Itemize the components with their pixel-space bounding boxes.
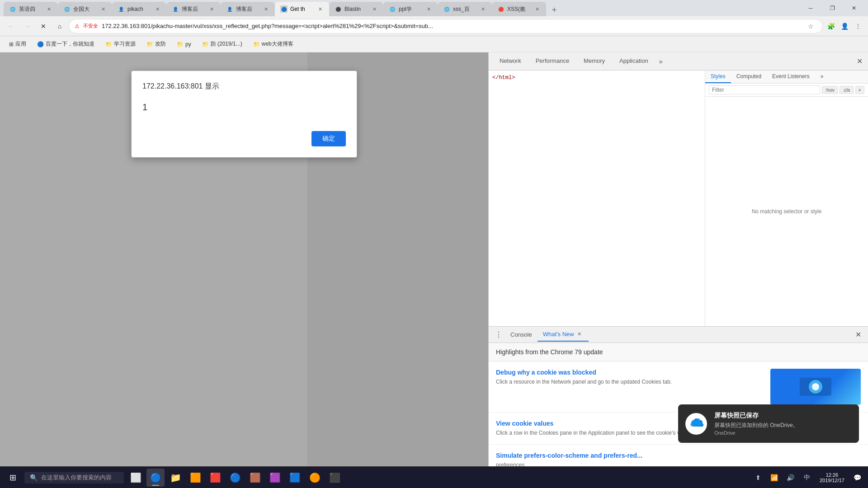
tab-close-tab9[interactable]: ✕ [479, 5, 486, 13]
bookmark-py[interactable]: 📁py [173, 40, 195, 48]
onedrive-description: 屏幕快照已添加到你的 OneDrive。 [714, 422, 852, 429]
tab-label-tab4: 博客后 [182, 5, 205, 13]
devtools-header: Network Performance Memory Application »… [489, 52, 868, 70]
back-button[interactable]: ← [4, 19, 18, 33]
add-style-button[interactable]: + [855, 86, 864, 94]
address-text[interactable]: 172.22.36.163:801/pikachu-master/vul/xss… [102, 23, 801, 29]
sys-time[interactable]: 12:26 2019/12/17 [816, 472, 848, 483]
extensions-icon[interactable]: 🧩 [825, 20, 837, 33]
devtools-tab-performance[interactable]: Performance [528, 54, 576, 69]
bottom-panel-close[interactable]: ✕ [852, 328, 864, 341]
tab-label-tab10: XSS(脆 [507, 5, 531, 13]
reload-button[interactable]: ✕ [36, 19, 51, 33]
tab-close-tab8[interactable]: ✕ [425, 5, 432, 13]
whats-new-close-button[interactable]: ✕ [576, 331, 583, 338]
taskbar-sys-tray: ⬆ 📶 🔊 中 12:26 2019/12/17 💬 [751, 470, 864, 485]
security-icon: ⚠ [75, 23, 80, 29]
address-input-container[interactable]: ⚠ 不安全 172.22.36.163:801/pikachu-master/v… [69, 19, 823, 33]
tab-favicon-tab5: 👤 [226, 5, 233, 13]
forward-button[interactable]: → [20, 19, 34, 33]
devtools-tab-memory[interactable]: Memory [576, 54, 612, 69]
taskbar-app-purple[interactable]: 🟪 [266, 469, 284, 487]
bookmark-防-(2019/1...)[interactable]: 📁防 (2019/1...) [198, 39, 246, 49]
styles-content: No matching selector or style [705, 97, 868, 326]
taskbar-app-blue2[interactable]: 🟦 [286, 469, 304, 487]
tab-tab9[interactable]: 🌐 xss_百 ✕ [438, 2, 492, 16]
menu-icon[interactable]: ⋮ [852, 20, 864, 33]
taskbar-task-view[interactable]: ⬜ [127, 469, 145, 487]
new-tab-button[interactable]: + [548, 4, 561, 16]
bookmark-star-icon[interactable]: ☆ [804, 20, 817, 33]
tab-close-tab10[interactable]: ✕ [533, 5, 541, 13]
taskbar-word[interactable]: 🔵 [226, 469, 244, 487]
tab-tab7[interactable]: ⚫ Blastin ✕ [329, 2, 383, 16]
bookmark-应用[interactable]: ⊞应用 [5, 39, 30, 49]
taskbar-sublime[interactable]: 🟧 [186, 469, 204, 487]
feature-title-cookie-debug: Debug why a cookie was blocked [496, 369, 763, 376]
taskbar-chrome[interactable]: 🔵 [146, 469, 165, 487]
tab-tab6[interactable]: 🔵 Get th ✕ [275, 2, 329, 16]
cls-filter-button[interactable]: .cls [840, 86, 854, 94]
tab-tab10[interactable]: 🔴 XSS(脆 ✕ [492, 2, 546, 16]
tab-close-tab6[interactable]: ✕ [316, 5, 324, 13]
bookmark-web大佬博客[interactable]: 📁web大佬博客 [250, 39, 297, 49]
styles-tab-more[interactable]: » [815, 70, 829, 83]
tab-label-tab3: pikach [127, 6, 151, 12]
tab-close-tab1[interactable]: ✕ [45, 5, 52, 13]
tab-tab2[interactable]: 🌐 全国大 ✕ [58, 2, 112, 16]
dom-line: </html> [492, 74, 701, 81]
bookmark-学习资源[interactable]: 📁学习资源 [102, 39, 139, 49]
styles-tab-computed[interactable]: Computed [731, 70, 767, 83]
maximize-button[interactable]: ❐ [822, 0, 843, 16]
feature-text-simulate: Simulate prefers-color-scheme and prefer… [496, 452, 861, 466]
styles-tab-styles[interactable]: Styles [705, 70, 731, 83]
devtools-more-tabs[interactable]: » [656, 54, 666, 69]
tab-tab4[interactable]: 👤 博客后 ✕ [166, 2, 221, 16]
title-bar: 🌐 英语四 ✕ 🌐 全国大 ✕ 👤 pikach ✕ 👤 博客后 ✕ 👤 博客后… [0, 0, 868, 16]
devtools-tab-application[interactable]: Application [612, 54, 656, 69]
styles-filter-input[interactable] [709, 85, 820, 94]
feature-item-simulate: Simulate prefers-color-scheme and prefer… [489, 445, 868, 466]
taskbar-file-explorer[interactable]: 📁 [166, 469, 184, 487]
styles-tab-event-listeners[interactable]: Event Listeners [767, 70, 815, 83]
tab-close-tab4[interactable]: ✕ [208, 5, 215, 13]
bookmark-百度一下，你就知道[interactable]: 🔵百度一下，你就知道 [33, 39, 98, 49]
start-button[interactable]: ⊞ [4, 469, 22, 487]
devtools-tabs: Network Performance Memory Application » [489, 54, 851, 69]
tab-close-tab7[interactable]: ✕ [371, 5, 378, 13]
taskbar-search-icon: 🔍 [30, 474, 38, 481]
bookmark-攻防[interactable]: 📁攻防 [143, 39, 170, 49]
sys-up-arrow[interactable]: ⬆ [751, 470, 765, 485]
tab-tab5[interactable]: 👤 博客后 ✕ [221, 2, 275, 16]
bottom-tab-console[interactable]: Console [505, 328, 538, 341]
sys-china-icon[interactable]: 中 [800, 470, 814, 485]
minimize-button[interactable]: ─ [800, 0, 821, 16]
feature-image-cookie-debug [770, 369, 861, 405]
home-button[interactable]: ⌂ [52, 19, 67, 33]
tab-tab1[interactable]: 🌐 英语四 ✕ [4, 2, 58, 16]
bottom-tab-whats-new[interactable]: What's New ✕ [538, 328, 589, 342]
alert-body: 1 [142, 99, 346, 117]
sys-notify-button[interactable]: 💬 [850, 470, 864, 485]
tab-close-tab5[interactable]: ✕ [262, 5, 269, 13]
devtools-tab-network[interactable]: Network [492, 54, 528, 69]
close-button[interactable]: ✕ [844, 0, 864, 16]
bookmarks-bar: ⊞应用🔵百度一下，你就知道📁学习资源📁攻防📁py📁防 (2019/1...)📁w… [0, 36, 868, 52]
sys-volume-icon[interactable]: 🔊 [783, 470, 798, 485]
alert-ok-button[interactable]: 确定 [311, 131, 346, 146]
sys-network-icon[interactable]: 📶 [767, 470, 782, 485]
devtools-close-button[interactable]: ✕ [851, 53, 868, 69]
bottom-panel-menu[interactable]: ⋮ [492, 328, 505, 341]
taskbar-app-orange[interactable]: 🟠 [306, 469, 324, 487]
tab-close-tab3[interactable]: ✕ [154, 5, 161, 13]
tab-close-tab2[interactable]: ✕ [99, 5, 107, 13]
tab-tab8[interactable]: 🌐 ppt学 ✕ [383, 2, 438, 16]
taskbar-search[interactable]: 🔍 在这里输入你要搜索的内容 [24, 472, 124, 483]
taskbar-app-dark[interactable]: ⬛ [326, 469, 344, 487]
taskbar-app-red[interactable]: 🟥 [206, 469, 224, 487]
tab-bar: 🌐 英语四 ✕ 🌐 全国大 ✕ 👤 pikach ✕ 👤 博客后 ✕ 👤 博客后… [4, 0, 800, 16]
hov-filter-button[interactable]: :hov [822, 86, 838, 94]
account-icon[interactable]: 👤 [838, 20, 851, 33]
taskbar-app-brown[interactable]: 🟫 [246, 469, 264, 487]
tab-tab3[interactable]: 👤 pikach ✕ [112, 2, 166, 16]
